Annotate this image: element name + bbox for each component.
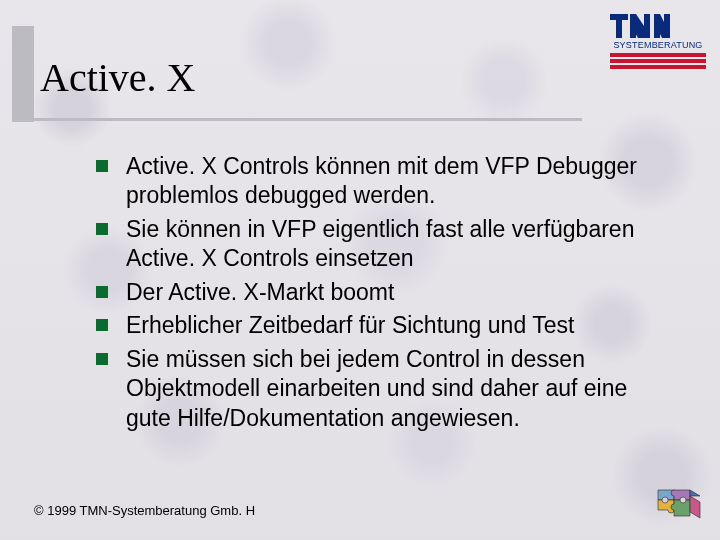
slide-title: Active. X (40, 54, 680, 101)
list-item: Active. X Controls können mit dem VFP De… (96, 152, 676, 211)
bullet-list: Active. X Controls können mit dem VFP De… (96, 152, 676, 437)
list-item: Sie können in VFP eigentlich fast alle v… (96, 215, 676, 274)
list-item: Erheblicher Zeitbedarf für Sichtung und … (96, 311, 676, 340)
svg-rect-5 (644, 14, 650, 38)
list-item-text: Der Active. X-Markt boomt (126, 278, 394, 307)
list-item-text: Erheblicher Zeitbedarf für Sichtung und … (126, 311, 574, 340)
bullet-square-icon (96, 223, 108, 235)
list-item-text: Active. X Controls können mit dem VFP De… (126, 152, 676, 211)
title-accent-horizontal (22, 118, 582, 121)
list-item: Sie müssen sich bei jedem Control in des… (96, 345, 676, 433)
bullet-square-icon (96, 353, 108, 365)
list-item: Der Active. X-Markt boomt (96, 278, 676, 307)
title-accent-vertical (12, 26, 34, 122)
list-item-text: Sie müssen sich bei jedem Control in des… (126, 345, 676, 433)
tmn-mark-icon (610, 10, 670, 38)
logo-mark (610, 10, 706, 38)
bullet-square-icon (96, 319, 108, 331)
svg-rect-1 (616, 14, 622, 38)
bullet-square-icon (96, 286, 108, 298)
logo-subtext: SYSTEMBERATUNG (610, 40, 706, 51)
list-item-text: Sie können in VFP eigentlich fast alle v… (126, 215, 676, 274)
title-block: Active. X (40, 54, 680, 101)
bullet-square-icon (96, 160, 108, 172)
puzzle-icon (656, 484, 702, 526)
copyright-footer: © 1999 TMN-Systemberatung Gmb. H (34, 503, 255, 518)
svg-rect-8 (664, 14, 670, 38)
